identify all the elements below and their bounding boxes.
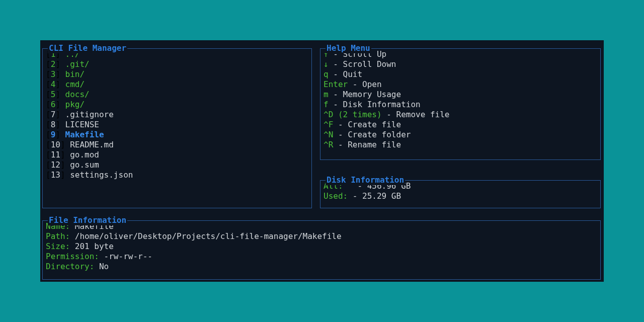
file-name: LICENSE [65, 120, 99, 129]
file-index: 11 [51, 150, 60, 159]
file-name: settings.json [70, 170, 133, 180]
disk-value: - 25.29 GB [348, 191, 401, 201]
help-row: Enter - Open [324, 79, 597, 90]
file-name: docs/ [65, 90, 90, 99]
file-name: go.sum [70, 160, 99, 170]
file-row[interactable]: [11] go.mod [46, 150, 308, 160]
file-info-label: Permission: [46, 252, 99, 261]
help-key: ↓ [324, 59, 329, 69]
help-title: Help Menu [326, 43, 371, 53]
file-index: 13 [51, 170, 60, 180]
file-info-row: Name: Makefile [46, 221, 597, 231]
file-index: 4 [51, 79, 56, 89]
file-row[interactable]: [2] .git/ [46, 59, 308, 69]
file-index: 12 [51, 160, 60, 170]
file-index: 9 [51, 130, 56, 139]
help-desc: - Remove file [382, 110, 450, 119]
help-key: q [324, 69, 329, 79]
file-info-value: No [94, 262, 109, 271]
file-row[interactable]: [10] README.md [46, 140, 308, 150]
help-key: ^N [324, 130, 333, 139]
file-info-label: Directory: [46, 262, 94, 271]
help-row: ^R - Rename file [324, 140, 597, 150]
file-info-list: Name: MakefilePath: /home/oliver/Desktop… [43, 221, 600, 275]
help-row: ^F - Create file [324, 120, 597, 130]
file-info-value: -rw-rw-r-- [99, 252, 152, 261]
help-desc: - Create folder [333, 130, 411, 139]
help-row: f - Disk Information [324, 100, 597, 110]
file-name: bin/ [65, 69, 85, 79]
file-index: 2 [51, 59, 56, 69]
file-row[interactable]: [4] cmd/ [46, 79, 308, 90]
file-info-value: /home/oliver/Desktop/Projects/cli-file-m… [70, 231, 341, 241]
file-index: 5 [51, 90, 56, 99]
help-desc: - Quit [329, 69, 362, 79]
file-name: go.mod [70, 150, 99, 159]
file-info-row: Permission: -rw-rw-r-- [46, 252, 597, 262]
help-desc: - Create file [333, 120, 401, 129]
help-desc: - Open [348, 79, 381, 89]
help-desc: - Rename file [333, 140, 401, 149]
file-info-row: Directory: No [46, 262, 597, 272]
help-panel: Help Menu ↑ - Scroll Up↓ - Scroll Downq … [320, 48, 601, 160]
disk-panel: Disk Information All: - 456.96 GBUsed: -… [320, 180, 601, 208]
help-desc: - Memory Usage [329, 90, 401, 99]
file-info-panel: File Information Name: MakefilePath: /ho… [42, 220, 601, 280]
file-info-title: File Information [48, 215, 127, 225]
help-key: ^F [324, 120, 333, 129]
file-list[interactable]: [1] ../[2] .git/[3] bin/[4] cmd/[5] docs… [43, 49, 311, 183]
help-row: ^D (2 times) - Remove file [324, 110, 597, 120]
file-info-label: Path: [46, 231, 70, 241]
help-desc: - Disk Information [329, 100, 421, 109]
help-key: f [324, 100, 329, 109]
file-row[interactable]: [8] LICENSE [46, 120, 308, 130]
file-info-row: Path: /home/oliver/Desktop/Projects/cli-… [46, 231, 597, 242]
file-row[interactable]: [9] Makefile [46, 130, 308, 140]
file-row[interactable]: [13] settings.json [46, 170, 308, 180]
file-manager-title: CLI File Manager [48, 43, 127, 53]
file-info-label: Size: [46, 242, 70, 251]
file-row[interactable]: [7] .gitignore [46, 110, 308, 120]
file-manager-panel: CLI File Manager [1] ../[2] .git/[3] bin… [42, 48, 312, 208]
help-row: ^N - Create folder [324, 130, 597, 140]
file-info-value: 201 byte [70, 242, 114, 251]
disk-label: Used: [324, 191, 348, 201]
terminal-window: CLI File Manager [1] ../[2] .git/[3] bin… [40, 40, 604, 282]
file-row[interactable]: [3] bin/ [46, 69, 308, 79]
file-index: 8 [51, 120, 56, 129]
file-name: Makefile [65, 130, 104, 139]
help-list: ↑ - Scroll Up↓ - Scroll Downq - QuitEnte… [320, 49, 600, 153]
file-name: .gitignore [65, 110, 114, 119]
file-index: 7 [51, 110, 56, 119]
file-index: 10 [51, 140, 60, 149]
help-key: ^R [324, 140, 333, 149]
help-row: q - Quit [324, 69, 597, 79]
file-row[interactable]: [12] go.sum [46, 160, 308, 170]
file-name: cmd/ [65, 79, 85, 89]
help-key: ^D (2 times) [324, 110, 382, 119]
disk-row: Used: - 25.29 GB [324, 191, 597, 201]
help-key: m [324, 90, 329, 99]
file-row[interactable]: [6] pkg/ [46, 100, 308, 110]
help-key: Enter [324, 79, 348, 89]
file-name: pkg/ [65, 100, 85, 109]
file-row[interactable]: [5] docs/ [46, 90, 308, 100]
file-info-row: Size: 201 byte [46, 242, 597, 252]
file-name: .git/ [65, 59, 90, 69]
disk-title: Disk Information [326, 175, 405, 185]
help-row: ↓ - Scroll Down [324, 59, 597, 69]
help-desc: - Scroll Down [329, 59, 396, 69]
help-row: m - Memory Usage [324, 90, 597, 100]
file-index: 6 [51, 100, 56, 109]
file-name: README.md [70, 140, 114, 149]
file-index: 3 [51, 69, 56, 79]
